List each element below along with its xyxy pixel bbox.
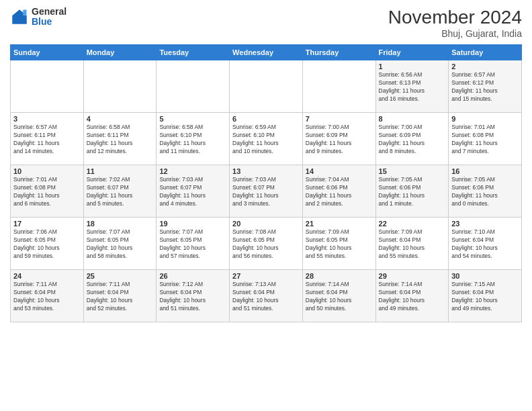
day-info: Sunrise: 7:10 AM Sunset: 6:04 PM Dayligh… — [451, 228, 519, 261]
calendar-header: SundayMondayTuesdayWednesdayThursdayFrid… — [11, 45, 522, 60]
calendar-day-cell: 23Sunrise: 7:10 AM Sunset: 6:04 PM Dayli… — [449, 218, 522, 270]
day-info: Sunrise: 7:09 AM Sunset: 6:04 PM Dayligh… — [379, 228, 446, 261]
calendar-day-cell — [230, 60, 303, 113]
calendar-day-cell: 22Sunrise: 7:09 AM Sunset: 6:04 PM Dayli… — [375, 218, 449, 270]
weekday-header: Monday — [83, 45, 157, 60]
day-number: 30 — [451, 272, 519, 280]
calendar-week-row: 24Sunrise: 7:11 AM Sunset: 6:04 PM Dayli… — [11, 270, 522, 322]
day-number: 14 — [306, 167, 373, 175]
calendar-day-cell: 21Sunrise: 7:09 AM Sunset: 6:05 PM Dayli… — [302, 218, 375, 270]
weekday-header: Saturday — [449, 45, 522, 60]
calendar-day-cell: 11Sunrise: 7:02 AM Sunset: 6:07 PM Dayli… — [83, 165, 157, 218]
calendar-day-cell: 4Sunrise: 6:58 AM Sunset: 6:11 PM Daylig… — [83, 113, 157, 165]
calendar-day-cell: 2Sunrise: 6:57 AM Sunset: 6:12 PM Daylig… — [449, 60, 522, 113]
day-number: 5 — [159, 115, 226, 123]
logo-icon — [10, 7, 29, 26]
day-info: Sunrise: 7:07 AM Sunset: 6:05 PM Dayligh… — [159, 228, 226, 261]
weekday-header: Wednesday — [230, 45, 303, 60]
day-info: Sunrise: 6:57 AM Sunset: 6:12 PM Dayligh… — [451, 71, 519, 103]
calendar-day-cell: 16Sunrise: 7:05 AM Sunset: 6:06 PM Dayli… — [449, 165, 522, 218]
day-number: 3 — [13, 115, 81, 123]
day-number: 7 — [306, 115, 373, 123]
day-info: Sunrise: 7:01 AM Sunset: 6:08 PM Dayligh… — [13, 176, 81, 208]
calendar-day-cell: 28Sunrise: 7:14 AM Sunset: 6:04 PM Dayli… — [302, 270, 375, 322]
day-info: Sunrise: 7:03 AM Sunset: 6:07 PM Dayligh… — [232, 176, 300, 208]
day-info: Sunrise: 7:14 AM Sunset: 6:04 PM Dayligh… — [306, 281, 373, 313]
day-number: 8 — [379, 115, 446, 123]
title-block: November 2024 Bhuj, Gujarat, India — [388, 7, 522, 39]
day-number: 6 — [232, 115, 300, 123]
calendar-day-cell: 10Sunrise: 7:01 AM Sunset: 6:08 PM Dayli… — [11, 165, 84, 218]
day-number: 9 — [451, 115, 519, 123]
day-number: 27 — [232, 272, 300, 280]
weekday-header: Tuesday — [157, 45, 230, 60]
weekday-header: Thursday — [302, 45, 375, 60]
day-number: 4 — [87, 115, 154, 123]
location-subtitle: Bhuj, Gujarat, India — [388, 28, 522, 39]
day-info: Sunrise: 7:06 AM Sunset: 6:05 PM Dayligh… — [13, 228, 81, 261]
day-info: Sunrise: 7:01 AM Sunset: 6:08 PM Dayligh… — [451, 124, 519, 156]
day-number: 26 — [159, 272, 226, 280]
day-info: Sunrise: 7:14 AM Sunset: 6:04 PM Dayligh… — [379, 281, 446, 313]
calendar-day-cell: 15Sunrise: 7:05 AM Sunset: 6:06 PM Dayli… — [375, 165, 449, 218]
day-info: Sunrise: 7:11 AM Sunset: 6:04 PM Dayligh… — [13, 281, 81, 313]
calendar-day-cell: 18Sunrise: 7:07 AM Sunset: 6:05 PM Dayli… — [83, 218, 157, 270]
day-info: Sunrise: 7:02 AM Sunset: 6:07 PM Dayligh… — [87, 176, 154, 208]
day-number: 15 — [379, 167, 446, 175]
calendar-day-cell: 6Sunrise: 6:59 AM Sunset: 6:10 PM Daylig… — [230, 113, 303, 165]
calendar-day-cell — [11, 60, 84, 113]
logo-general: General — [32, 7, 66, 17]
day-info: Sunrise: 7:09 AM Sunset: 6:05 PM Dayligh… — [306, 228, 373, 261]
day-info: Sunrise: 7:05 AM Sunset: 6:06 PM Dayligh… — [451, 176, 519, 208]
day-number: 19 — [159, 220, 226, 228]
calendar-day-cell: 19Sunrise: 7:07 AM Sunset: 6:05 PM Dayli… — [157, 218, 230, 270]
calendar-day-cell: 8Sunrise: 7:00 AM Sunset: 6:09 PM Daylig… — [375, 113, 449, 165]
calendar-day-cell: 29Sunrise: 7:14 AM Sunset: 6:04 PM Dayli… — [375, 270, 449, 322]
logo: General Blue — [10, 7, 66, 28]
day-info: Sunrise: 7:13 AM Sunset: 6:04 PM Dayligh… — [232, 281, 300, 313]
calendar-day-cell: 1Sunrise: 6:56 AM Sunset: 6:13 PM Daylig… — [375, 60, 449, 113]
day-info: Sunrise: 7:05 AM Sunset: 6:06 PM Dayligh… — [379, 176, 446, 208]
calendar-day-cell: 30Sunrise: 7:15 AM Sunset: 6:04 PM Dayli… — [449, 270, 522, 322]
calendar-day-cell: 24Sunrise: 7:11 AM Sunset: 6:04 PM Dayli… — [11, 270, 84, 322]
calendar-day-cell — [157, 60, 230, 113]
calendar-week-row: 1Sunrise: 6:56 AM Sunset: 6:13 PM Daylig… — [11, 60, 522, 113]
day-info: Sunrise: 7:11 AM Sunset: 6:04 PM Dayligh… — [87, 281, 154, 313]
day-number: 17 — [13, 220, 81, 228]
calendar-day-cell: 26Sunrise: 7:12 AM Sunset: 6:04 PM Dayli… — [157, 270, 230, 322]
calendar-day-cell: 17Sunrise: 7:06 AM Sunset: 6:05 PM Dayli… — [11, 218, 84, 270]
day-number: 24 — [13, 272, 81, 280]
page-header: General Blue November 2024 Bhuj, Gujarat… — [10, 7, 522, 39]
day-info: Sunrise: 7:00 AM Sunset: 6:09 PM Dayligh… — [379, 124, 446, 156]
day-number: 25 — [87, 272, 154, 280]
calendar-day-cell: 20Sunrise: 7:08 AM Sunset: 6:05 PM Dayli… — [230, 218, 303, 270]
day-info: Sunrise: 7:04 AM Sunset: 6:06 PM Dayligh… — [306, 176, 373, 208]
calendar-body: 1Sunrise: 6:56 AM Sunset: 6:13 PM Daylig… — [11, 60, 522, 322]
logo-blue: Blue — [32, 17, 66, 27]
day-number: 21 — [306, 220, 373, 228]
day-number: 2 — [451, 62, 519, 71]
calendar-week-row: 10Sunrise: 7:01 AM Sunset: 6:08 PM Dayli… — [11, 165, 522, 218]
month-title: November 2024 — [388, 7, 522, 28]
calendar-day-cell: 27Sunrise: 7:13 AM Sunset: 6:04 PM Dayli… — [230, 270, 303, 322]
day-info: Sunrise: 7:15 AM Sunset: 6:04 PM Dayligh… — [451, 281, 519, 313]
day-number: 13 — [232, 167, 300, 175]
day-info: Sunrise: 6:59 AM Sunset: 6:10 PM Dayligh… — [232, 124, 300, 156]
day-number: 10 — [13, 167, 81, 175]
calendar-week-row: 17Sunrise: 7:06 AM Sunset: 6:05 PM Dayli… — [11, 218, 522, 270]
day-number: 11 — [87, 167, 154, 175]
day-info: Sunrise: 7:08 AM Sunset: 6:05 PM Dayligh… — [232, 228, 300, 261]
day-number: 23 — [451, 220, 519, 228]
page-container: General Blue November 2024 Bhuj, Gujarat… — [0, 0, 532, 328]
calendar-day-cell: 13Sunrise: 7:03 AM Sunset: 6:07 PM Dayli… — [230, 165, 303, 218]
day-number: 22 — [379, 220, 446, 228]
weekday-header: Friday — [375, 45, 449, 60]
svg-marker-3 — [23, 10, 26, 16]
weekday-row: SundayMondayTuesdayWednesdayThursdayFrid… — [11, 45, 522, 60]
day-info: Sunrise: 6:58 AM Sunset: 6:11 PM Dayligh… — [87, 124, 154, 156]
day-info: Sunrise: 6:58 AM Sunset: 6:10 PM Dayligh… — [159, 124, 226, 156]
calendar-day-cell: 5Sunrise: 6:58 AM Sunset: 6:10 PM Daylig… — [157, 113, 230, 165]
weekday-header: Sunday — [11, 45, 84, 60]
day-info: Sunrise: 7:12 AM Sunset: 6:04 PM Dayligh… — [159, 281, 226, 313]
day-number: 29 — [379, 272, 446, 280]
